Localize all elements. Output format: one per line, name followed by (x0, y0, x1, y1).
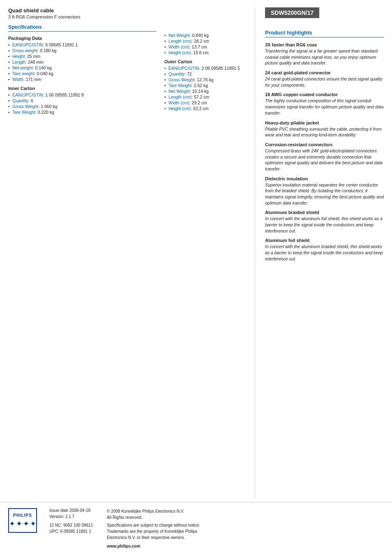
highlights-list: 3X faster than RG6 coax Transferring the… (265, 42, 384, 262)
highlight-body: Compressed brass with 24K gold-electropl… (265, 148, 384, 172)
list-item: Gross Weight: 1.060 kg (8, 104, 156, 109)
list-item: Width (cm): 13.7 cm (164, 44, 248, 49)
star3: ✦ (23, 519, 29, 528)
left-column: Quad shield cable 3 ft RG6 Compression F… (8, 7, 164, 498)
footer: PHILIPS ✦ ✦ ✦ ✦ Issue date 2008-04-18 Ve… (0, 502, 392, 555)
specs-notice: Specifications are subject to change wit… (107, 522, 200, 528)
outer-carton-title: Outer Carton (164, 59, 248, 64)
list-item: Net weight: 0.140 kg (8, 65, 156, 70)
highlight-item: Dielectric insulation Superior insulatio… (265, 176, 384, 206)
upc-label: UPC: (49, 529, 59, 534)
copyright-text: © 2008 Koninklijke Philips Electronics N… (107, 508, 200, 514)
philips-stars-row: ✦ ✦ ✦ ✦ (9, 519, 36, 528)
trademark-notice2: Electronics N.V. or their respective own… (107, 534, 200, 541)
list-item: Height (cm): 62.2 cm (164, 106, 248, 111)
list-item: Tare Weight: 2.62 kg (164, 83, 248, 88)
highlight-title: 3X faster than RG6 coax (265, 42, 384, 47)
list-item: Gross Weight: 12.76 kg (164, 77, 248, 82)
highlights-section-title: Product highlights (265, 30, 384, 37)
rights-text: All Rights reserved. (107, 514, 200, 520)
nc-label: 12 NC: (49, 523, 62, 527)
highlight-body: Pliable PVC sheathing surrounds the cabl… (265, 126, 384, 138)
version-value: 2.1.7 (65, 514, 74, 519)
highlight-item: Aluminum foil shield In concert with the… (265, 238, 384, 262)
highlight-item: Heavy-duty pliable jacket Pliable PVC sh… (265, 120, 384, 138)
issue-date-row: Issue date 2008-04-18 (49, 508, 99, 513)
list-item: Length: 248 mm (8, 60, 156, 64)
highlight-item: Aluminum braided shield In concert with … (265, 210, 384, 234)
website: www.philips.com (107, 543, 200, 549)
list-item: Width: 171 mm (8, 77, 156, 82)
star4: ✦ (30, 519, 36, 528)
star1: ✦ (9, 519, 15, 528)
highlight-title: 18 AWG copper-coated conductor (265, 92, 384, 97)
highlight-title: Aluminum foil shield (265, 238, 384, 243)
upc-value: 6 09585 11891 1 (60, 529, 91, 534)
highlight-item: 18 AWG copper-coated conductor The highl… (265, 92, 384, 116)
specifications-section-title: Specifications (8, 24, 156, 32)
list-item: Tare Weight: 0.220 kg (8, 110, 156, 115)
philips-logo-text: PHILIPS (13, 513, 32, 518)
highlight-body: In concert with the aluminum braided shi… (265, 244, 384, 262)
list-item: Width (cm): 29.2 cm (164, 100, 248, 105)
middle-col: Net Weight: 0.840 kgLength (cm): 28.2 cm… (164, 7, 255, 498)
star2: ✦ (16, 519, 22, 528)
list-item: EAN/UPC/GTIN: 1 06 09585 11891 8 (8, 92, 156, 97)
product-id: SDW5200GN/17 (265, 7, 319, 18)
nc-row: 12 NC: 9082 100 09611 (49, 523, 99, 527)
outer-carton-list: EAN/UPC/GTIN: 2 06 09585 11891 5Quantity… (164, 66, 248, 111)
philips-logo: PHILIPS ✦ ✦ ✦ ✦ (8, 508, 37, 533)
highlight-title: Corrosion-resistant connectors (265, 142, 384, 147)
version-label: Version: (49, 514, 64, 519)
highlight-body: The highly conductive composition of thi… (265, 98, 384, 116)
upc-row: UPC: 6 09585 11891 1 (49, 529, 99, 534)
version-row: Version: 2.1.7 (49, 514, 99, 519)
highlight-title: Dielectric insulation (265, 176, 384, 181)
highlight-title: Aluminum braided shield (265, 210, 384, 215)
nc-value: 9082 100 09611 (63, 523, 93, 527)
list-item: Tare weight: 0.040 kg (8, 71, 156, 76)
issue-date-label: Issue date (49, 508, 68, 513)
list-item: Quantity: 72 (164, 71, 248, 76)
footer-logo-area: PHILIPS ✦ ✦ ✦ ✦ (8, 508, 41, 533)
trademark-notice: Trademarks are the property of Koninklij… (107, 528, 200, 534)
inner-carton-title: Inner Carton (8, 86, 156, 91)
list-item: Net Weight: 10.14 kg (164, 89, 248, 94)
col2-list: Net Weight: 0.840 kgLength (cm): 28.2 cm… (164, 33, 248, 55)
list-item: Height: 25 mm (8, 54, 156, 59)
list-item: Net Weight: 0.840 kg (164, 33, 248, 38)
list-item: Gross weight: 0.180 kg (8, 48, 156, 53)
product-subtitle: 3 ft RG6 Compression F connectors (8, 14, 156, 19)
highlight-body: In concert with the aluminum foil shield… (265, 216, 384, 234)
list-item: Length (cm): 57.2 cm (164, 94, 248, 99)
inner-carton-list: EAN/UPC/GTIN: 1 06 09585 11891 8Quantity… (8, 92, 156, 115)
packaging-data-list: EAN/UPC/GTIN: 6 09585 11891 1Gross weigh… (8, 42, 156, 82)
footer-legal: © 2008 Koninklijke Philips Electronics N… (107, 508, 200, 549)
highlight-title: 24 carat gold-plated connector (265, 70, 384, 75)
highlight-body: Transferring the signal at a far greater… (265, 48, 384, 66)
right-column: SDW5200GN/17 Product highlights 3X faste… (255, 7, 384, 498)
packaging-data-title: Packaging Data (8, 36, 156, 41)
product-title: Quad shield cable (8, 7, 156, 14)
list-item: EAN/UPC/GTIN: 6 09585 11891 1 (8, 42, 156, 47)
highlight-title: Heavy-duty pliable jacket (265, 120, 384, 125)
footer-meta: Issue date 2008-04-18 Version: 2.1.7 12 … (49, 508, 99, 534)
main-content: Quad shield cable 3 ft RG6 Compression F… (0, 0, 392, 502)
highlight-body: Superior insulation material separates t… (265, 182, 384, 206)
page: Quad shield cable 3 ft RG6 Compression F… (0, 0, 392, 555)
issue-date-value: 2008-04-18 (69, 508, 90, 513)
highlight-item: Corrosion-resistant connectors Compresse… (265, 142, 384, 172)
list-item: Quantity: 6 (8, 98, 156, 103)
list-item: EAN/UPC/GTIN: 2 06 09585 11891 5 (164, 66, 248, 71)
list-item: Height (cm): 19.6 cm (164, 50, 248, 55)
highlight-item: 3X faster than RG6 coax Transferring the… (265, 42, 384, 66)
highlight-item: 24 carat gold-plated connector 24 carat … (265, 70, 384, 88)
list-item: Length (cm): 28.2 cm (164, 39, 248, 44)
highlight-body: 24 carat gold-plated connectors ensure t… (265, 76, 384, 88)
